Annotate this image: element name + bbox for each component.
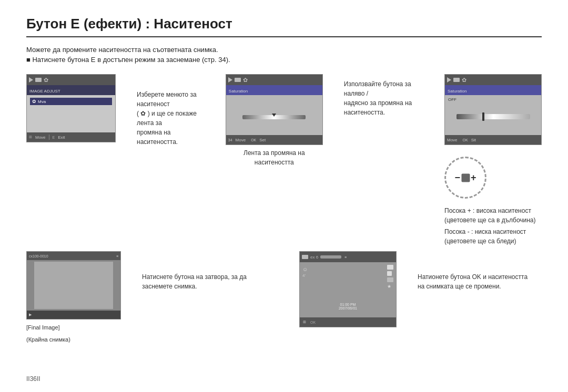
shoot-header: ex 6 ≡ [300, 252, 396, 262]
sat-off-bar [448, 109, 538, 125]
footer-move-icon: ⊞ [29, 135, 32, 139]
adjust-item: ✿ Mva [30, 98, 112, 105]
sat-footer-num: 34 [228, 138, 232, 142]
saturation-off-screen: ✿ Saturation OFF Move OK Sit [444, 74, 542, 145]
sat-off-text: OFF [448, 97, 538, 102]
image-adjust-label-bar: IMAGE ADJUST [27, 85, 115, 95]
saturation-bar-screen: ✿ Saturation 34 Move OK Set [226, 74, 323, 145]
sat-off-body: OFF [445, 95, 541, 135]
saturation-bar-section: ✿ Saturation 34 Move OK Set [226, 74, 323, 167]
image-adjust-label: IMAGE ADJUST [29, 89, 60, 94]
sat-thumb [482, 112, 484, 121]
annotation-ok: Натионете бутона OK и наситеносттана сни… [418, 272, 528, 291]
sat-off-label: Saturation [448, 89, 466, 94]
shoot-footer-icon: ⊞ [303, 320, 306, 324]
annotation1-section: Изберете менюто за наситеност( ✿ ) и ще … [137, 90, 205, 147]
final-top-icon: ≡ [116, 254, 118, 258]
dpad-plus-icon: + [471, 172, 476, 183]
flower-icon3: ✿ [462, 77, 466, 84]
image-adjust-section: ✿ IMAGE ADJUST ✿ Mva ⊞ Move E Exit [26, 74, 116, 142]
shoot-side-icons: ★ [387, 265, 393, 289]
footer-e-icon: E [53, 136, 55, 139]
cam-icon4 [302, 255, 308, 259]
direction-annotations: Посока + : висока наситеност(цветовете щ… [444, 206, 536, 246]
dpad-wrapper: − + [444, 151, 486, 199]
shoot-body: ★ ☺ 4' 01:00 PM 2007/06/01 [300, 262, 396, 317]
shooting-screen: ex 6 ≡ ★ ☺ 4' 01:00 [299, 251, 397, 327]
shoot-icons-text: ≡ [344, 255, 347, 259]
final-image-screen: cx100-0010 ≡ ▶ [26, 251, 121, 319]
annotation-minus: Посока - : ниска наситеност(цветовете ще… [444, 227, 536, 246]
sat-top-icons: ✿ [228, 77, 248, 84]
flower-icon2: ✿ [243, 77, 248, 84]
sat-off-footer-move: Move [447, 138, 458, 142]
annotation2-section: Използвайте бутона за наляво /надясно за… [344, 79, 423, 117]
final-top-bar: cx100-0010 ≡ [27, 252, 120, 260]
sat-off-footer-sit: Sit [471, 138, 476, 142]
page-number: II36II [26, 375, 40, 383]
dpad: − + [444, 157, 486, 199]
footer-move-label: Move [35, 135, 46, 140]
ok-annotation-section: Натионете бутона OK и наситеносттана сни… [418, 272, 528, 291]
footer-sep [49, 135, 49, 140]
intro-text: Можете да промените наситеността на съот… [26, 46, 542, 54]
play-icon2 [228, 77, 232, 82]
shoot-icon3 [387, 277, 393, 282]
final-caption: [Final Image] [26, 324, 60, 332]
final-bottom-text: ▶ [29, 313, 32, 317]
sat-label: Saturation [229, 89, 248, 94]
sat-screen-header: ✿ [226, 75, 322, 85]
sat-bar-wrapper [229, 97, 319, 133]
shoot-footer: ⊞ OK [300, 317, 396, 327]
shoot-left-icons: ☺ 4' [302, 266, 308, 278]
sat-footer: 34 Move OK Set [226, 135, 322, 145]
flower-icon: ✿ [44, 77, 48, 84]
cam-icon2 [235, 78, 241, 82]
final-top-label: cx100-0010 [29, 254, 48, 258]
shoot-footer-ok: OK [310, 321, 316, 324]
sat-label-bar: Saturation [226, 85, 322, 95]
final-caption2: (Крайна снимка) [26, 336, 70, 344]
shoot-num: 4' [302, 273, 308, 278]
sat-off-footer: Move OK Sit [445, 135, 541, 145]
sat-off-header: ✿ [445, 75, 541, 85]
sat-off-footer-ok: OK [463, 138, 468, 142]
final-image-section: cx100-0010 ≡ ▶ [Final Image] (Крайна сни… [26, 251, 121, 344]
shoot-icon4: ★ [387, 284, 393, 289]
shoot-time: 01:00 PM 2007/06/01 [339, 303, 357, 310]
footer-exit-label: Exit [58, 135, 65, 140]
screen-top-icons: ✿ [29, 77, 48, 84]
shutter-annotation-section: Натиснете бутона на затвора, за дазаснем… [142, 272, 247, 291]
shooting-section: ex 6 ≡ ★ ☺ 4' 01:00 [299, 251, 397, 327]
dpad-minus-icon: − [454, 172, 460, 183]
sat-slider [457, 114, 530, 119]
sat-off-top-icons: ✿ [447, 77, 466, 84]
sat-body [226, 95, 322, 135]
shoot-battery [320, 255, 341, 259]
shoot-label: ex 6 [310, 255, 318, 260]
shoot-icon1 [387, 265, 393, 270]
dpad-inner: − + [454, 172, 476, 183]
annotation-sat-bar-label: Лента за промяна нанаситеността [244, 148, 305, 167]
screen-header: ✿ [27, 75, 115, 85]
sat-bar [242, 115, 306, 119]
sat-footer-move: Move [236, 138, 246, 142]
image-adjust-body: ✿ Mva [27, 95, 115, 132]
shoot-top-icons: ex 6 ≡ [302, 255, 347, 260]
annotation-plus: Посока + : висока наситеност(цветовете щ… [444, 206, 536, 225]
cam-icon3 [453, 78, 460, 82]
final-inner [34, 262, 113, 309]
saturation-off-section: ✿ Saturation OFF Move OK Sit [444, 74, 542, 246]
shoot-face-icon: ☺ [302, 266, 308, 272]
annotation-select-saturation: Изберете менюто за наситеност( ✿ ) и ще … [137, 90, 205, 147]
sat-footer-ok: OK [251, 138, 256, 142]
camera-icon [35, 78, 42, 82]
play-icon [29, 77, 33, 82]
item-flower-icon: ✿ [32, 99, 36, 104]
sat-marker [272, 114, 276, 117]
image-adjust-footer: ⊞ Move E Exit [27, 132, 115, 142]
bullet-text: Натиснете бутона Е в достъпен режим за з… [26, 56, 542, 64]
annotation-shutter: Натиснете бутона на затвора, за дазаснем… [142, 272, 247, 291]
sat-off-label-bar: Saturation [445, 85, 541, 95]
image-adjust-screen: ✿ IMAGE ADJUST ✿ Mva ⊞ Move E Exit [26, 74, 116, 142]
